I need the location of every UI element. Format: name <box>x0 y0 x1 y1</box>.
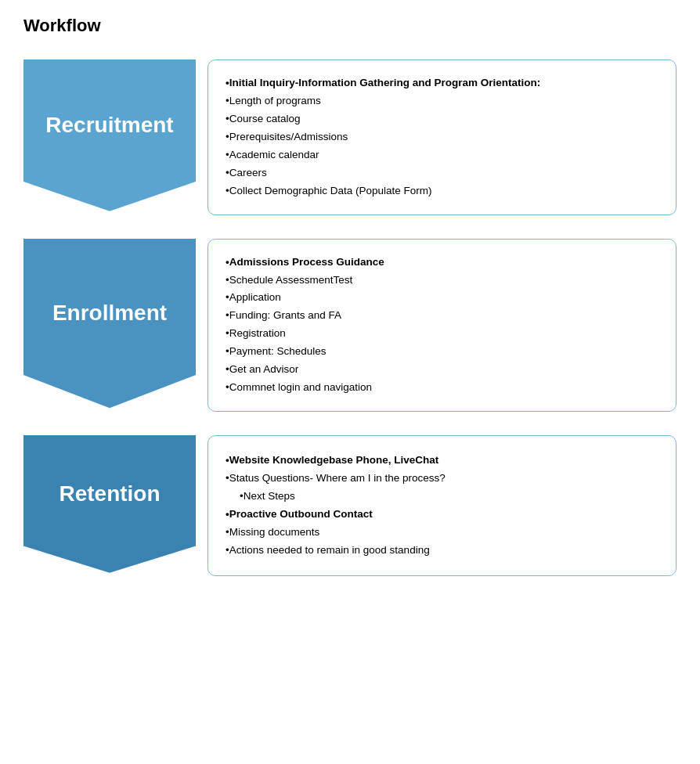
content-item: •Admissions Process Guidance <box>226 254 659 272</box>
content-item: •Academic calendar <box>226 146 659 164</box>
content-item: •Funding: Grants and FA <box>226 307 659 325</box>
arrow-label-retention: Retention <box>59 481 160 530</box>
content-item: •Proactive Outbound Contact <box>226 506 659 524</box>
content-item: •Initial Inquiry-Information Gathering a… <box>226 74 659 92</box>
content-item: •Missing documents <box>226 524 659 542</box>
arrow-label-enrollment: Enrollment <box>52 301 167 349</box>
content-item: •Schedule AssessmentTest <box>226 272 659 290</box>
section-enrollment: Enrollment•Admissions Process Guidance•S… <box>23 239 677 413</box>
content-item: •Application <box>226 289 659 307</box>
content-item: •Careers <box>226 164 659 182</box>
arrow-retention: Retention <box>23 435 196 576</box>
section-retention: Retention•Website Knowledgebase Phone, L… <box>23 435 677 576</box>
content-item: •Get an Advisor <box>226 361 659 379</box>
content-item: •Actions needed to remain in good standi… <box>226 542 659 560</box>
arrow-enrollment: Enrollment <box>23 239 196 413</box>
content-item: •Commnet login and navigation <box>226 379 659 397</box>
content-item: •Payment: Schedules <box>226 343 659 361</box>
content-item: •Course catalog <box>226 110 659 128</box>
content-item: •Next Steps <box>226 488 659 506</box>
content-item: •Registration <box>226 325 659 343</box>
content-item: •Length of programs <box>226 92 659 110</box>
arrow-recruitment: Recruitment <box>23 59 196 215</box>
arrow-label-recruitment: Recruitment <box>45 113 173 161</box>
content-item: •Status Questions- Where am I in the pro… <box>226 470 659 488</box>
content-item: •Prerequisites/Admissions <box>226 128 659 146</box>
content-item: •Collect Demographic Data (Populate Form… <box>226 182 659 200</box>
section-recruitment: Recruitment•Initial Inquiry-Information … <box>23 59 677 215</box>
content-box-enrollment: •Admissions Process Guidance•Schedule As… <box>207 239 677 413</box>
page-title: Workflow <box>23 16 677 36</box>
content-item: •Website Knowledgebase Phone, LiveChat <box>226 452 659 470</box>
content-box-recruitment: •Initial Inquiry-Information Gathering a… <box>207 59 677 215</box>
content-box-retention: •Website Knowledgebase Phone, LiveChat•S… <box>207 435 677 576</box>
